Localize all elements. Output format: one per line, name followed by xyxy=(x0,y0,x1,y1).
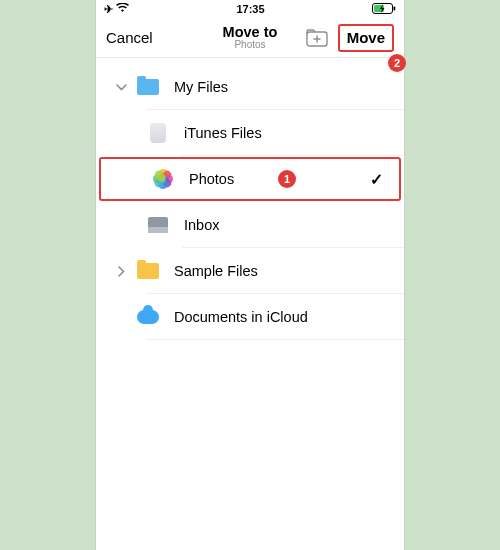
wifi-icon xyxy=(116,3,129,15)
cancel-button[interactable]: Cancel xyxy=(106,29,153,46)
airplane-mode-icon: ✈︎ xyxy=(104,3,113,16)
row-inbox[interactable]: Inbox xyxy=(96,202,404,248)
row-sample-files[interactable]: Sample Files xyxy=(96,248,404,294)
row-label: iTunes Files xyxy=(184,125,262,141)
row-label: Photos xyxy=(189,171,234,187)
clock: 17:35 xyxy=(236,3,264,15)
photos-icon xyxy=(151,167,175,191)
folder-list: My Files iTunes Files Pho xyxy=(96,58,404,340)
new-folder-button[interactable] xyxy=(306,29,328,47)
cloud-icon xyxy=(136,305,160,329)
row-label: Inbox xyxy=(184,217,219,233)
folder-icon xyxy=(136,259,160,283)
nav-bar: Cancel Move to Photos Move 2 xyxy=(96,18,404,58)
annotation-badge-1: 1 xyxy=(278,170,296,188)
row-label: Sample Files xyxy=(174,263,258,279)
row-photos[interactable]: Photos 1 ✓ xyxy=(99,157,401,201)
row-label: My Files xyxy=(174,79,228,95)
move-button[interactable]: Move xyxy=(338,24,394,52)
itunes-icon xyxy=(146,121,170,145)
svg-rect-2 xyxy=(393,6,395,10)
status-bar: ✈︎ 17:35 xyxy=(96,0,404,18)
battery-icon xyxy=(372,3,396,16)
row-label: Documents in iCloud xyxy=(174,309,308,325)
row-my-files[interactable]: My Files xyxy=(96,64,404,110)
folder-icon xyxy=(136,75,160,99)
row-itunes-files[interactable]: iTunes Files xyxy=(96,110,404,156)
chevron-down-icon xyxy=(114,80,128,94)
checkmark-icon: ✓ xyxy=(370,170,383,189)
inbox-icon xyxy=(146,213,170,237)
device-frame: ✈︎ 17:35 Cancel Move to Photos Move 2 xyxy=(96,0,404,550)
chevron-right-icon xyxy=(114,264,128,278)
row-icloud[interactable]: Documents in iCloud xyxy=(96,294,404,340)
